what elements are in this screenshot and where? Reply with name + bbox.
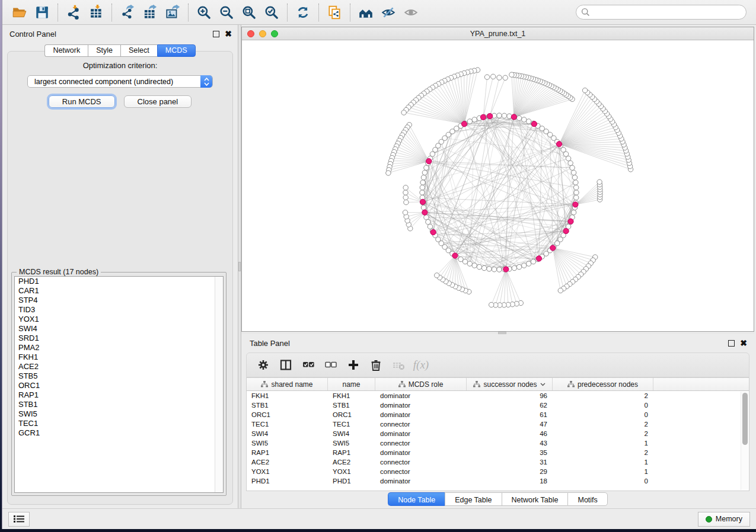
table-row[interactable]: TEC1TEC1connector472 bbox=[247, 419, 749, 429]
scrollbar-thumb[interactable] bbox=[742, 393, 748, 445]
delete-table-button bbox=[389, 355, 408, 374]
clone-network-button[interactable] bbox=[324, 2, 344, 23]
close-panel-button[interactable]: Close panel bbox=[124, 95, 192, 108]
cell-predecessor-nodes: 1 bbox=[553, 459, 653, 466]
task-history-button[interactable] bbox=[8, 512, 30, 527]
cell-predecessor-nodes: 2 bbox=[553, 392, 653, 399]
control-panel-tabs: NetworkStyleSelectMCDS bbox=[2, 44, 238, 57]
mcds-result-node[interactable]: STB1 bbox=[15, 400, 223, 409]
table-panel-title: Table Panel bbox=[250, 339, 290, 348]
float-panel-icon[interactable] bbox=[213, 31, 219, 37]
cell-shared-name: SWI4 bbox=[247, 430, 328, 437]
optimization-criterion-select[interactable]: largest connected component (undirected) bbox=[27, 75, 213, 88]
table-tabs: Node TableEdge TableNetwork TableMotifs bbox=[241, 492, 754, 506]
column-header-successor-nodes[interactable]: successor nodes bbox=[467, 378, 553, 390]
table-row[interactable]: ACE2ACE2connector311 bbox=[247, 457, 749, 467]
add-column-icon bbox=[347, 358, 360, 371]
tab-network[interactable]: Network bbox=[44, 44, 88, 57]
result-list-scrollbar[interactable] bbox=[215, 277, 223, 492]
apply-layout-button[interactable] bbox=[293, 2, 313, 23]
clone-network-icon bbox=[327, 5, 342, 20]
table-row[interactable]: STB1STB1dominator620 bbox=[247, 400, 749, 410]
mcds-result-node[interactable]: PMA2 bbox=[15, 343, 223, 352]
table-row[interactable]: PHD1PHD1dominator180 bbox=[247, 476, 749, 486]
mcds-result-node[interactable]: ACE2 bbox=[15, 362, 223, 371]
control-panel: Control Panel ✖ NetworkStyleSelectMCDS O… bbox=[2, 25, 238, 508]
save-session-icon bbox=[34, 5, 50, 20]
run-mcds-button[interactable]: Run MCDS bbox=[49, 95, 115, 108]
splitter-grip[interactable] bbox=[238, 262, 241, 271]
deselect-all-button[interactable] bbox=[321, 355, 340, 374]
table-row[interactable]: YOX1YOX1connector291 bbox=[247, 467, 749, 476]
mcds-result-list[interactable]: PHD1CAR1STP4TID3YOX1SWI4SRD1PMA2FKH1ACE2… bbox=[14, 276, 224, 493]
network-graph[interactable] bbox=[242, 40, 754, 331]
mcds-result-node[interactable]: SRD1 bbox=[15, 334, 223, 343]
zoom-in-button[interactable] bbox=[194, 2, 214, 23]
zoom-selected-button[interactable] bbox=[261, 2, 282, 23]
tab-node-table[interactable]: Node Table bbox=[388, 492, 445, 506]
mcds-result-node[interactable]: TID3 bbox=[15, 305, 223, 315]
tab-motifs[interactable]: Motifs bbox=[567, 492, 607, 506]
mcds-result-title: MCDS result (17 nodes) bbox=[17, 268, 101, 276]
column-label: shared name bbox=[271, 380, 312, 389]
first-neighbors-button[interactable] bbox=[356, 2, 376, 23]
select-all-button[interactable] bbox=[299, 355, 318, 374]
table-toolbar: f(x) bbox=[246, 352, 749, 377]
open-file-button[interactable] bbox=[9, 2, 30, 23]
column-header-name[interactable]: name bbox=[328, 378, 375, 390]
mcds-result-node[interactable]: RAP1 bbox=[15, 390, 223, 400]
tab-edge-table[interactable]: Edge Table bbox=[445, 492, 501, 506]
table-row[interactable]: RAP1RAP1dominator352 bbox=[247, 448, 749, 457]
add-column-button[interactable] bbox=[344, 355, 363, 374]
table-panel: Table Panel ✖ f(x) shared namenameMCDS r… bbox=[241, 334, 754, 508]
mcds-result-node[interactable]: GCR1 bbox=[15, 428, 223, 438]
tab-style[interactable]: Style bbox=[88, 44, 120, 57]
mcds-result-node[interactable]: ORC1 bbox=[15, 381, 223, 390]
mcds-result-node[interactable]: YOX1 bbox=[15, 315, 223, 324]
table-row[interactable]: ORC1ORC1dominator610 bbox=[247, 410, 749, 419]
export-image-icon bbox=[165, 5, 180, 20]
save-session-button[interactable] bbox=[32, 2, 52, 23]
search-icon bbox=[581, 8, 590, 17]
float-panel-icon[interactable] bbox=[728, 340, 735, 347]
mcds-result-node[interactable]: STP4 bbox=[15, 296, 223, 305]
toolbar-separator bbox=[111, 4, 112, 21]
tab-select[interactable]: Select bbox=[120, 44, 157, 57]
mcds-result-node[interactable]: FKH1 bbox=[15, 352, 223, 362]
show-columns-button[interactable] bbox=[276, 355, 295, 374]
mcds-result-node[interactable]: SWI4 bbox=[15, 324, 223, 334]
hierarchy-icon bbox=[398, 381, 406, 387]
table-row[interactable]: SWI4SWI4dominator462 bbox=[247, 429, 749, 438]
mcds-result-node[interactable]: SWI5 bbox=[15, 409, 223, 419]
import-table-button[interactable] bbox=[86, 2, 106, 23]
close-panel-icon[interactable]: ✖ bbox=[225, 31, 232, 37]
table-row[interactable]: SWI5SWI5connector431 bbox=[247, 438, 749, 448]
cell-name: FKH1 bbox=[328, 392, 375, 399]
export-table-button[interactable] bbox=[140, 2, 160, 23]
show-all-button[interactable] bbox=[401, 2, 421, 23]
table-scrollbar[interactable] bbox=[741, 392, 748, 490]
close-panel-icon[interactable]: ✖ bbox=[740, 340, 747, 347]
search-input[interactable] bbox=[576, 5, 747, 20]
delete-column-button[interactable] bbox=[366, 355, 385, 374]
column-header-MCDS-role[interactable]: MCDS role bbox=[375, 378, 467, 390]
tab-mcds[interactable]: MCDS bbox=[157, 44, 196, 57]
network-canvas[interactable] bbox=[242, 40, 754, 331]
column-header-predecessor-nodes[interactable]: predecessor nodes bbox=[553, 378, 653, 390]
zoom-out-button[interactable] bbox=[216, 2, 237, 23]
mcds-result-node[interactable]: PHD1 bbox=[15, 277, 223, 286]
table-row[interactable]: FKH1FKH1dominator962 bbox=[247, 391, 749, 400]
export-network-button[interactable] bbox=[117, 2, 138, 23]
memory-button[interactable]: Memory bbox=[698, 512, 750, 527]
mcds-result-node[interactable]: TEC1 bbox=[15, 419, 223, 428]
tab-network-table[interactable]: Network Table bbox=[502, 492, 568, 506]
import-network-button[interactable] bbox=[63, 2, 84, 23]
mcds-result-node[interactable]: STB5 bbox=[15, 371, 223, 381]
mcds-result-node[interactable]: CAR1 bbox=[15, 286, 223, 296]
zoom-fit-button[interactable] bbox=[239, 2, 259, 23]
table-settings-button[interactable] bbox=[254, 355, 273, 374]
column-header-shared-name[interactable]: shared name bbox=[247, 378, 328, 390]
cell-successor-nodes: 46 bbox=[467, 430, 553, 437]
hide-selected-button[interactable] bbox=[378, 2, 398, 23]
export-image-button[interactable] bbox=[162, 2, 183, 23]
